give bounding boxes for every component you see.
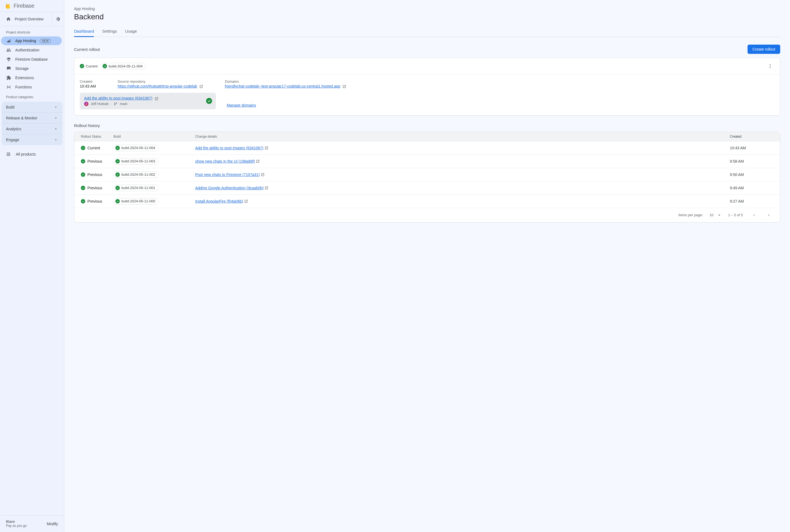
card-header: Current build-2024-05-11-004	[74, 58, 780, 75]
change-link[interactable]: show new chats in the UI (198a89f)	[195, 159, 260, 164]
check-icon	[115, 199, 120, 204]
external-link-icon	[343, 84, 346, 89]
tab-usage[interactable]: Usage	[125, 26, 137, 37]
repo-link[interactable]: https://github.com/jhuleatt/tmp-angular-…	[117, 84, 197, 89]
next-page-button[interactable]	[765, 211, 773, 220]
build-chip[interactable]: build-2024-05-11-002	[113, 171, 159, 178]
grid-icon	[6, 152, 11, 157]
category-release-monitor[interactable]: Release & Monitor	[2, 113, 62, 124]
external-link-icon	[244, 200, 248, 203]
status-chip: Current	[80, 64, 97, 68]
category-analytics[interactable]: Analytics	[2, 124, 62, 134]
change-link[interactable]: Install AngularFire (f04a06b)	[195, 199, 248, 204]
modify-plan-button[interactable]: Modify	[47, 522, 58, 526]
gear-icon	[56, 17, 60, 21]
items-per-page-label: Items per page:	[678, 213, 703, 217]
commit-author: Jeff Huleatt	[91, 102, 109, 106]
sidebar-item-label: Storage	[15, 66, 29, 71]
table-row: Previousbuild-2024-05-11-001Adding Googl…	[74, 181, 780, 194]
table-footer: Items per page: 10 1 – 5 of 5	[74, 208, 780, 222]
row-build: build-2024-05-11-002	[113, 171, 195, 178]
sidebar-item-functions[interactable]: Functions	[0, 83, 62, 91]
check-icon	[115, 159, 120, 164]
current-rollout-header: Current rollout Create rollout	[74, 44, 780, 54]
author-avatar: J	[84, 102, 89, 106]
row-change: Post new chats to Firestore (7107a31)	[195, 172, 730, 177]
build-id: build-2024-05-11-001	[122, 186, 155, 190]
prev-page-button[interactable]	[750, 211, 758, 220]
create-rollout-button[interactable]: Create rollout	[748, 44, 780, 54]
status-text: Previous	[87, 199, 102, 204]
svg-point-7	[114, 104, 115, 105]
tab-settings[interactable]: Settings	[102, 26, 117, 37]
sidebar-item-label: Functions	[15, 85, 32, 89]
billing-plan: Blaze Pay as you go	[6, 519, 27, 528]
extensions-icon	[6, 75, 12, 80]
app-hosting-icon	[6, 38, 12, 43]
category-engage[interactable]: Engage	[2, 134, 62, 145]
change-link[interactable]: Adding Google Authentication (dcaab0b)	[195, 186, 269, 190]
logo-row[interactable]: Firebase	[0, 0, 64, 12]
main-content: App Hosting Backend Dashboard Settings U…	[64, 0, 790, 532]
items-per-page-select[interactable]: 10	[710, 213, 721, 217]
sidebar-item-authentication[interactable]: Authentication	[0, 46, 62, 54]
svg-point-1	[8, 87, 9, 87]
manage-domains-link[interactable]: Manage domains	[227, 103, 256, 108]
category-list: Build Release & Monitor Analytics Engage	[2, 102, 62, 145]
commit-branch: main	[120, 102, 127, 106]
build-chip[interactable]: build-2024-05-11-004	[101, 63, 146, 69]
svg-point-5	[770, 67, 771, 68]
row-created: 9:27 AM	[730, 199, 773, 204]
page-title: Backend	[74, 13, 780, 21]
svg-point-6	[114, 102, 115, 103]
row-status: Previous	[81, 186, 113, 190]
check-icon	[81, 186, 85, 190]
sidebar-item-app-hosting[interactable]: App Hosting NEW	[1, 36, 62, 45]
auth-icon	[6, 47, 12, 53]
firebase-logo-icon	[5, 3, 11, 9]
table-row: Previousbuild-2024-05-11-000Install Angu…	[74, 194, 780, 208]
svg-point-3	[770, 64, 771, 65]
row-created: 10:43 AM	[730, 146, 773, 150]
tab-dashboard[interactable]: Dashboard	[74, 26, 94, 37]
more-vert-icon	[768, 64, 773, 69]
sidebar-item-extensions[interactable]: Extensions	[0, 73, 62, 82]
card-menu-button[interactable]	[766, 62, 774, 71]
commit-link[interactable]: Add the ability to post images (6341067)	[84, 96, 152, 100]
project-overview-label: Project Overview	[15, 17, 43, 21]
dropdown-icon	[717, 213, 722, 217]
row-build: build-2024-05-11-003	[113, 158, 195, 165]
build-id: build-2024-05-11-002	[122, 172, 155, 176]
build-chip[interactable]: build-2024-05-11-001	[113, 185, 159, 191]
row-build: build-2024-05-11-004	[113, 145, 195, 151]
external-link-icon	[264, 146, 269, 150]
sidebar-item-label: Authentication	[15, 48, 39, 52]
category-build[interactable]: Build	[2, 102, 62, 113]
sidebar-item-firestore[interactable]: Firestore Database	[0, 55, 62, 64]
change-link[interactable]: Post new chats to Firestore (7107a31)	[195, 172, 264, 177]
sidebar-item-label: Extensions	[15, 76, 34, 80]
project-overview-button[interactable]: Project Overview	[0, 12, 52, 26]
change-link[interactable]: Add the ability to post images (6341067)	[195, 146, 269, 150]
check-icon	[115, 186, 120, 190]
build-id: build-2024-05-11-004	[122, 146, 155, 150]
external-link-icon	[256, 159, 260, 163]
table-row: Currentbuild-2024-05-11-004Add the abili…	[74, 141, 780, 154]
history-title: Rollout history	[74, 123, 780, 128]
build-chip[interactable]: build-2024-05-11-003	[113, 158, 159, 165]
row-build: build-2024-05-11-001	[113, 185, 195, 191]
table-row: Previousbuild-2024-05-11-002Post new cha…	[74, 168, 780, 181]
check-icon	[206, 98, 212, 104]
domain-link[interactable]: friendlychat-codelab--test-angular17-cod…	[225, 84, 340, 89]
row-status: Current	[81, 146, 113, 150]
sidebar-item-storage[interactable]: Storage	[0, 64, 62, 73]
category-label: Release & Monitor	[6, 116, 37, 120]
build-chip[interactable]: build-2024-05-11-004	[113, 145, 159, 151]
build-chip[interactable]: build-2024-05-11-000	[113, 198, 159, 205]
project-settings-button[interactable]	[52, 12, 64, 26]
brand-name: Firebase	[14, 3, 34, 9]
all-products-button[interactable]: All products	[0, 147, 64, 161]
check-icon	[115, 172, 120, 177]
category-label: Engage	[6, 138, 19, 142]
status-text: Previous	[87, 172, 102, 177]
